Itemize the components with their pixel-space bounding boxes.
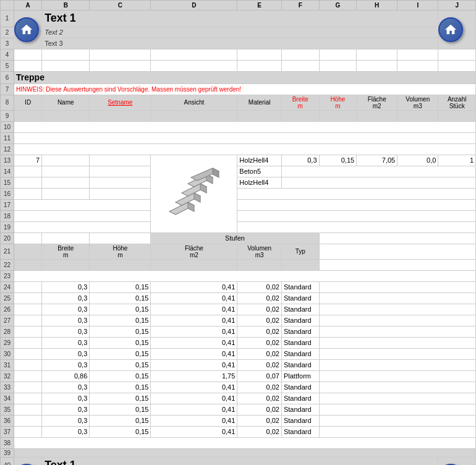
row-24-num: 24 — [1, 281, 14, 292]
r9-c — [90, 110, 151, 121]
r4-h — [357, 49, 397, 60]
r12-empty — [14, 143, 476, 155]
r4-b — [42, 49, 90, 60]
row-7-num: 7 — [1, 83, 14, 95]
r26-flaeche: 0,41 — [151, 304, 237, 315]
row-6-num: 6 — [1, 71, 14, 83]
r29-flaeche: 0,41 — [151, 337, 237, 348]
r28-a — [14, 326, 42, 337]
r30-flaeche: 0,41 — [151, 348, 237, 359]
row-33-num: 33 — [1, 382, 14, 393]
col-id-header: ID — [14, 95, 42, 110]
stufen-hoehe-header: Höhem — [90, 244, 151, 259]
row-2-num: 2 — [1, 27, 14, 38]
title-cell: Text 1 — [42, 11, 438, 27]
home-button-right-top[interactable] — [438, 11, 476, 49]
r28-breite: 0,3 — [42, 326, 90, 337]
r29-hoehe: 0,15 — [90, 337, 151, 348]
r9-h — [357, 110, 397, 121]
r29-rest — [319, 337, 475, 348]
footer-title-cell: Text 1 — [42, 457, 438, 465]
row-31-num: 31 — [1, 359, 14, 370]
r33-typ: Standard — [281, 382, 319, 393]
r11-empty — [14, 132, 476, 143]
col-flaeche-header: Flächem2 — [357, 95, 397, 110]
title2-cell: Text 2 — [42, 27, 438, 38]
r32-hoehe: 0,15 — [90, 370, 151, 382]
r24-a — [14, 281, 42, 292]
r37-typ: Standard — [281, 426, 319, 437]
home-button-left-top[interactable] — [14, 11, 42, 49]
r13-g: 0,15 — [319, 155, 357, 166]
r32-typ: Plattform — [281, 370, 319, 382]
r22-c — [90, 259, 151, 270]
r13-e: HolzHell4 — [237, 155, 282, 166]
r31-rest — [319, 359, 475, 370]
r9-d — [151, 110, 237, 121]
home-icon-right-top — [444, 23, 457, 36]
r37-breite: 0,3 — [42, 426, 90, 437]
r4-a — [14, 49, 42, 60]
row-38-num: 38 — [1, 437, 14, 448]
r36-hoehe: 0,15 — [90, 415, 151, 426]
col-hoehe-header: Höhem — [319, 95, 357, 110]
r30-breite: 0,3 — [42, 348, 90, 359]
row-14-num: 14 — [1, 166, 14, 177]
row-23-num: 23 — [1, 270, 14, 281]
r4-i — [397, 49, 438, 60]
r22-e — [237, 259, 282, 270]
r31-flaeche: 0,41 — [151, 359, 237, 370]
r16-rest — [237, 188, 476, 199]
r5-f — [281, 60, 319, 71]
r9-j — [438, 110, 476, 121]
r24-hoehe: 0,15 — [90, 281, 151, 292]
r36-breite: 0,3 — [42, 415, 90, 426]
spreadsheet: A B C D E F G H I J 1 — [0, 0, 476, 465]
r31-typ: Standard — [281, 359, 319, 370]
col-a-header: A — [14, 1, 42, 11]
r34-hoehe: 0,15 — [90, 393, 151, 404]
r15-a — [14, 177, 42, 188]
r16-b — [42, 188, 90, 199]
r32-flaeche: 1,75 — [151, 370, 237, 382]
r4-c — [90, 49, 151, 60]
r35-typ: Standard — [281, 404, 319, 415]
title-text1: Text 1 — [45, 12, 76, 24]
r15-b — [42, 177, 90, 188]
warning-cell: HINWEIS: Diese Auswertungen sind Vorschl… — [14, 83, 476, 95]
stufen-volumen-header: Volumenm3 — [237, 244, 282, 259]
r34-breite: 0,3 — [42, 393, 90, 404]
row-34-num: 34 — [1, 393, 14, 404]
r4-g — [319, 49, 357, 60]
col-volumen-header: Volumenm3 — [397, 95, 438, 110]
r34-rest — [319, 393, 475, 404]
col-anzahl-header: AnzahlStück — [438, 95, 476, 110]
r4-f — [281, 49, 319, 60]
row-40-num: 40 — [1, 457, 14, 465]
r9-a — [14, 110, 42, 121]
r30-hoehe: 0,15 — [90, 348, 151, 359]
r35-rest — [319, 404, 475, 415]
r33-hoehe: 0,15 — [90, 382, 151, 393]
r36-typ: Standard — [281, 415, 319, 426]
row-39-num: 39 — [1, 448, 14, 457]
r4-e — [237, 49, 282, 60]
svg-marker-5 — [200, 184, 206, 193]
home-button-right-bottom[interactable] — [438, 457, 476, 465]
row-5-num: 5 — [1, 60, 14, 71]
stair-illustration — [157, 162, 231, 224]
r27-a — [14, 315, 42, 326]
r9-b — [42, 110, 90, 121]
r31-hoehe: 0,15 — [90, 359, 151, 370]
r35-volumen: 0,02 — [237, 404, 282, 415]
col-j-header: J — [438, 1, 476, 11]
r10-empty — [14, 121, 476, 132]
row-8-num: 8 — [1, 95, 14, 110]
r9-i — [397, 110, 438, 121]
r5-a — [14, 60, 42, 71]
row-25-num: 25 — [1, 292, 14, 304]
home-button-left-bottom[interactable] — [14, 457, 42, 465]
r14-b — [42, 166, 90, 177]
r17-rest — [237, 199, 476, 210]
r20-c — [90, 232, 151, 244]
